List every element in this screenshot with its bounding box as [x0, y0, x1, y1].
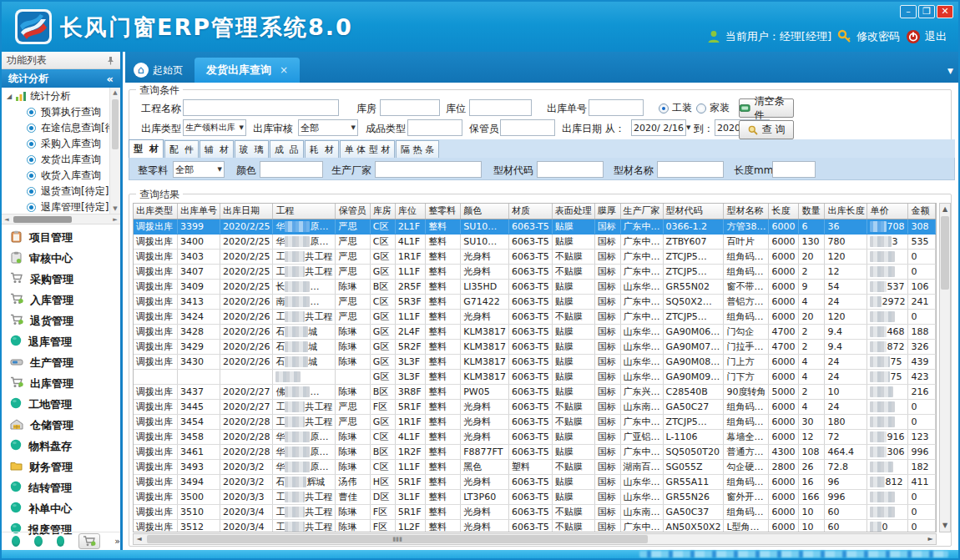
table-row-4[interactable]: 调拨出库34092020/2/25长…陈琳B区2R5F整料LI35HD6063-… — [134, 279, 936, 294]
column-header-14[interactable]: 型材名称 — [724, 204, 769, 219]
table-row-3[interactable]: 调拨出库34072020/2/25工共工程严思G区1L1F整料光身料6063-T… — [134, 264, 936, 279]
logout-button[interactable]: 退出 — [906, 29, 947, 44]
menu-item-5[interactable]: 退库管理 — [2, 331, 120, 352]
table-row-16[interactable]: 调拨出库34932020/3/2华原…陈琳C区1L1F整料黑色塑料不贴膜国标湖南… — [134, 459, 936, 474]
table-row-20[interactable]: 调拨出库35122020/3/4工共工程陈琳F区1L2F整料光身料6063-T5… — [134, 519, 936, 532]
table-row-9[interactable]: 调拨出库34302020/2/26石城陈琳G区3L3F整料KLM38176063… — [134, 354, 936, 369]
table-row-12[interactable]: 调拨出库34452020/2/27工共工程严思F区5R1F整料光身料6063-T… — [134, 399, 936, 414]
material-tab-0[interactable]: 型 材 — [129, 139, 164, 158]
stats-section-header[interactable]: 统计分析 « — [2, 69, 120, 88]
module-dot-icon[interactable] — [34, 536, 43, 547]
tab-home[interactable]: ⌂ 起始页 — [125, 58, 195, 83]
order-no-input[interactable] — [589, 99, 644, 116]
table-row-6[interactable]: 调拨出库34242020/2/26工共工程严思G区1L1F整料光身料6063-T… — [134, 309, 936, 324]
table-row-8[interactable]: 调拨出库34292020/2/26石城陈琳G区5R2F整料KLM38176063… — [134, 339, 936, 354]
scroll-up-icon[interactable]: ▲ — [940, 204, 950, 215]
menu-item-8[interactable]: 工地管理 — [2, 394, 120, 415]
table-row-14[interactable]: 调拨出库34582020/2/28华原…陈琳C区4L1F整料光身料6063-T5… — [134, 429, 936, 444]
table-row-11[interactable]: 调拨出库34372020/2/27佛…陈琳B区3R8F整料PW056063-T5… — [134, 384, 936, 399]
menu-item-0[interactable]: 项目管理 — [2, 227, 120, 248]
code-input[interactable] — [537, 161, 604, 178]
maximize-button[interactable]: ❐ — [918, 5, 935, 18]
tree-item-3[interactable]: 发货出库查询 — [2, 152, 109, 168]
column-header-3[interactable]: 工程 — [273, 204, 336, 219]
product-type-input[interactable] — [407, 119, 462, 136]
out-type-dropdown[interactable]: 生产领料出库▼ — [183, 119, 246, 136]
material-tab-1[interactable]: 配 件 — [164, 140, 199, 158]
menu-item-7[interactable]: 出库管理 — [2, 373, 120, 394]
table-row-17[interactable]: 调拨出库34942020/3/2石辉城汤伟H区5R1F整料光身料6063-T5贴… — [134, 474, 936, 489]
pin-icon[interactable] — [106, 56, 115, 65]
length-input[interactable] — [772, 161, 816, 178]
scroll-up-icon[interactable]: ▲ — [110, 88, 120, 98]
collapse-icon[interactable]: « — [107, 73, 114, 85]
cart-toolbar-button[interactable] — [78, 533, 100, 549]
material-tab-5[interactable]: 耗 材 — [305, 140, 339, 158]
tree-item-6[interactable]: 退库管理[待定] — [2, 199, 109, 214]
tree-horizontal-scrollbar[interactable]: ◄ ► — [2, 214, 120, 225]
scroll-down-icon[interactable]: ▼ — [940, 520, 950, 532]
project-name-input[interactable] — [183, 99, 339, 116]
tree-item-4[interactable]: 收货入库查询 — [2, 168, 109, 184]
clear-conditions-button[interactable]: 清空条件 — [739, 98, 794, 118]
material-tab-3[interactable]: 玻 璃 — [235, 140, 269, 158]
material-tab-4[interactable]: 成 品 — [270, 140, 304, 158]
table-row-1[interactable]: 调拨出库34002020/2/25华原…严思C区4L1F整料SU10…6063-… — [134, 234, 936, 249]
menu-item-1[interactable]: 审核中心 — [2, 248, 120, 269]
scroll-right-icon[interactable]: ► — [925, 534, 936, 544]
table-row-19[interactable]: 调拨出库35102020/3/4工共工程陈琳F区5R1F整料光身料6063-T5… — [134, 504, 936, 519]
table-row-18[interactable]: 调拨出库35002020/3/3工共工程曹佳D区3L1F整料LT3P606063… — [134, 489, 936, 504]
tree-item-5[interactable]: 退货查询[待定] — [2, 184, 109, 199]
tree-item-1[interactable]: 在途信息查询[待 — [2, 120, 109, 136]
column-header-5[interactable]: 库房 — [370, 204, 395, 219]
tree-root-stats[interactable]: ◢ 统计分析 — [2, 88, 109, 104]
part-dropdown[interactable]: 全部▼ — [173, 161, 225, 178]
column-header-4[interactable]: 保管员 — [336, 204, 370, 219]
module-dot-icon[interactable] — [57, 536, 65, 547]
column-header-16[interactable]: 数量 — [799, 204, 825, 219]
tree-item-2[interactable]: 采购入库查询 — [2, 136, 109, 152]
table-vertical-scrollbar[interactable]: ▲ ▼ — [939, 203, 951, 532]
column-header-11[interactable]: 膜厚 — [594, 204, 620, 219]
tree-item-0[interactable]: 预算执行查询 — [2, 104, 109, 120]
column-header-19[interactable]: 金额 — [908, 204, 936, 219]
change-password-button[interactable]: 修改密码 — [837, 29, 900, 44]
column-header-18[interactable]: 单价 — [867, 204, 908, 219]
menu-item-10[interactable]: 物料盘存 — [2, 436, 120, 457]
column-header-12[interactable]: 生产厂家 — [620, 204, 663, 219]
menu-item-9[interactable]: 仓储管理 — [2, 415, 120, 436]
color-input[interactable] — [260, 161, 323, 178]
scroll-left-icon[interactable]: ◄ — [2, 214, 12, 225]
column-header-7[interactable]: 整零料 — [426, 204, 461, 219]
overflow-chevron[interactable]: » — [114, 537, 120, 545]
table-row-0[interactable]: 调拨出库33992020/2/25华原…严思C区2L1F整料SU10…6063-… — [134, 219, 936, 234]
menu-item-13[interactable]: 补单中心 — [2, 498, 120, 519]
audit-dropdown[interactable]: 全部▼ — [298, 119, 358, 136]
manufacturer-input[interactable] — [375, 161, 482, 178]
column-header-17[interactable]: 出库长度 — [825, 204, 867, 219]
table-horizontal-scrollbar[interactable]: ◄ ▮▮▮ ► — [133, 533, 937, 545]
table-row-13[interactable]: 调拨出库34542020/2/28工共工程严思G区1R1F整料光身料6063-T… — [134, 414, 936, 429]
material-tab-2[interactable]: 辅 材 — [200, 140, 234, 158]
scroll-left-icon[interactable]: ◄ — [134, 534, 144, 544]
table-row-5[interactable]: 调拨出库34132020/2/26南…严思C区5R3F整料G714226063-… — [134, 294, 936, 309]
location-input[interactable] — [469, 99, 532, 116]
table-row-7[interactable]: 调拨出库34282020/2/26石城陈琳G区2L4F整料KLM38176063… — [134, 324, 936, 339]
scroll-right-icon[interactable]: ► — [110, 214, 120, 225]
search-button[interactable]: 查 询 — [739, 120, 794, 139]
column-header-1[interactable]: 出库单号 — [178, 204, 220, 219]
minimize-button[interactable]: – — [900, 5, 917, 18]
column-header-8[interactable]: 颜色 — [461, 204, 509, 219]
keeper-input[interactable] — [500, 119, 555, 136]
column-header-10[interactable]: 表面处理 — [552, 204, 594, 219]
column-header-6[interactable]: 库位 — [395, 204, 426, 219]
menu-item-12[interactable]: 结转管理 — [2, 477, 120, 498]
date-from-dropdown[interactable]: 2020/ 2/16▼ — [631, 119, 686, 136]
material-tab-7[interactable]: 隔 热 条 — [396, 140, 439, 158]
radio-jiazhuang[interactable]: 家装 — [696, 101, 730, 115]
tab-shipment-query[interactable]: 发货出库查询 × — [195, 58, 300, 83]
menu-item-6[interactable]: 生产管理 — [2, 352, 120, 373]
module-dot-icon[interactable] — [12, 536, 20, 547]
menu-item-2[interactable]: 采购管理 — [2, 269, 120, 290]
material-tab-6[interactable]: 单 体 型 材 — [340, 140, 396, 158]
